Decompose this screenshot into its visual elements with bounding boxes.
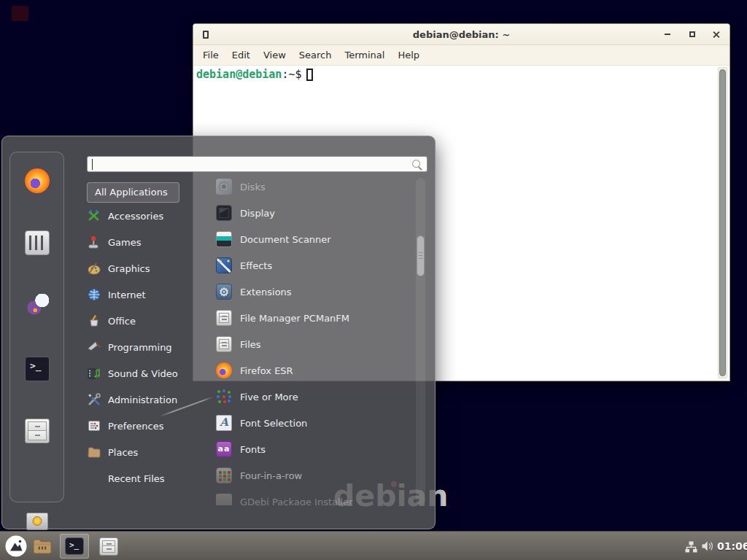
volume-icon[interactable] — [701, 540, 714, 552]
app-item-display[interactable]: Display — [206, 200, 414, 226]
category-label: Games — [108, 237, 141, 248]
category-label: Places — [108, 447, 138, 458]
menu-button[interactable] — [5, 535, 27, 557]
category-label: Internet — [108, 289, 146, 300]
category-administration[interactable]: Administration — [87, 386, 204, 413]
menu-edit[interactable]: Edit — [225, 47, 257, 63]
category-label: Preferences — [108, 421, 163, 432]
clock[interactable]: 01:06 — [717, 540, 747, 552]
app-item-firefox-esr[interactable]: Firefox ESR — [206, 357, 414, 384]
taskbar: 01:06 — [0, 531, 747, 560]
files-launcher[interactable] — [99, 537, 118, 556]
graphics-icon — [87, 261, 101, 276]
administration-icon — [87, 392, 101, 407]
document-scanner-icon — [216, 231, 232, 247]
category-programming[interactable]: Programming — [87, 334, 204, 360]
category-sound-video[interactable]: Sound & Video — [87, 360, 204, 386]
no-icon — [87, 471, 101, 486]
close-button[interactable] — [709, 28, 722, 41]
app-label: Font Selection — [240, 418, 307, 429]
close-icon — [712, 31, 720, 39]
app-label: Firefox ESR — [240, 365, 293, 376]
app-item-extensions[interactable]: Extensions — [206, 279, 414, 305]
category-accessories[interactable]: Accessories — [87, 203, 204, 229]
start-mountain-icon — [5, 535, 27, 557]
favorite-file-manager-icon[interactable] — [25, 419, 50, 443]
app-item-fonts[interactable]: Fonts — [206, 436, 414, 462]
preferences-icon — [87, 419, 101, 433]
menu-terminal[interactable]: Terminal — [338, 47, 391, 63]
favorite-terminal-icon[interactable] — [25, 357, 50, 381]
app-item-files[interactable]: Files — [206, 331, 414, 357]
category-games[interactable]: Games — [87, 229, 204, 255]
desktop-corner-artifact — [12, 6, 28, 21]
terminal-scrollbar-thumb[interactable] — [719, 69, 726, 376]
app-label: GDebi Package Installer — [240, 497, 353, 506]
app-label: Display — [240, 208, 275, 219]
app-label: Extensions — [240, 287, 292, 298]
terminal-titlebar[interactable]: debian@debian: ~ — [193, 24, 729, 45]
network-icon[interactable] — [685, 541, 697, 553]
category-label: Sound & Video — [108, 368, 178, 379]
app-list-scrollbar-thumb[interactable] — [417, 236, 425, 276]
all-applications-button[interactable]: All Applications — [87, 182, 179, 203]
category-label: Administration — [108, 394, 177, 405]
desktop: debian debian@debian: ~ File Edit View S… — [0, 0, 747, 560]
minimize-button[interactable] — [661, 28, 674, 41]
prompt-user-host: debian@debian — [196, 68, 282, 81]
file-manager-launcher[interactable] — [32, 538, 53, 555]
app-item-font-selection[interactable]: Font Selection — [206, 410, 414, 436]
fonts-icon — [216, 441, 232, 457]
category-list: Accessories Games Graphics Internet Offi… — [87, 203, 204, 491]
prompt-path: :~$ — [282, 68, 301, 81]
category-recent-files[interactable]: Recent Files — [87, 465, 204, 491]
app-item-disks[interactable]: Disks — [206, 174, 414, 200]
category-places[interactable]: Places — [87, 439, 204, 465]
menu-view[interactable]: View — [257, 47, 293, 63]
application-menu: All Applications Accessories Games Graph… — [1, 136, 436, 529]
terminal-menubar: File Edit View Search Terminal Help — [193, 45, 729, 66]
internet-icon — [87, 287, 101, 302]
font-selection-icon — [216, 415, 232, 431]
terminal-cursor — [306, 69, 313, 81]
app-item-five-or-more[interactable]: Five or More — [206, 384, 414, 410]
app-label: Five or More — [240, 392, 298, 402]
terminal-scrollbar[interactable] — [718, 67, 727, 378]
firefox-icon — [216, 362, 232, 378]
menu-file[interactable]: File — [196, 47, 225, 63]
app-item-effects[interactable]: Effects — [206, 252, 414, 279]
search-input[interactable] — [87, 156, 427, 172]
text-caret — [92, 159, 93, 170]
favorite-firefox-icon[interactable] — [25, 168, 50, 193]
favorite-control-panel-icon[interactable] — [25, 230, 50, 255]
category-label: Graphics — [108, 263, 150, 274]
app-item-four-in-a-row[interactable]: Four-in-a-row — [206, 462, 414, 489]
folder-icon — [32, 538, 53, 555]
terminal-icon — [65, 537, 84, 555]
accessories-icon — [87, 209, 101, 223]
minimize-icon — [665, 34, 670, 35]
disks-icon — [216, 179, 232, 195]
five-or-more-icon — [216, 389, 232, 405]
favorite-pidgin-icon[interactable] — [25, 294, 50, 319]
app-label: File Manager PCManFM — [240, 313, 349, 324]
app-item-document-scanner[interactable]: Document Scanner — [206, 226, 414, 252]
terminal-task-button[interactable] — [60, 534, 89, 559]
display-icon — [216, 205, 232, 221]
four-in-a-row-icon — [216, 467, 232, 483]
category-office[interactable]: Office — [87, 308, 204, 334]
category-preferences[interactable]: Preferences — [87, 413, 204, 439]
menu-search[interactable]: Search — [293, 47, 338, 63]
app-label: Effects — [240, 260, 272, 271]
category-internet[interactable]: Internet — [87, 281, 204, 308]
app-list-scrollbar[interactable] — [416, 178, 425, 505]
favorites-panel — [9, 152, 64, 502]
places-icon — [87, 445, 101, 459]
app-item-gdebi-package-installer[interactable]: GDebi Package Installer — [206, 489, 414, 505]
menu-help[interactable]: Help — [391, 47, 426, 63]
category-graphics[interactable]: Graphics — [87, 255, 204, 281]
app-item-file-manager-pcmanfm[interactable]: File Manager PCManFM — [206, 305, 414, 331]
category-label: Programming — [108, 342, 172, 353]
app-label: Disks — [240, 182, 266, 192]
maximize-button[interactable] — [686, 28, 699, 41]
